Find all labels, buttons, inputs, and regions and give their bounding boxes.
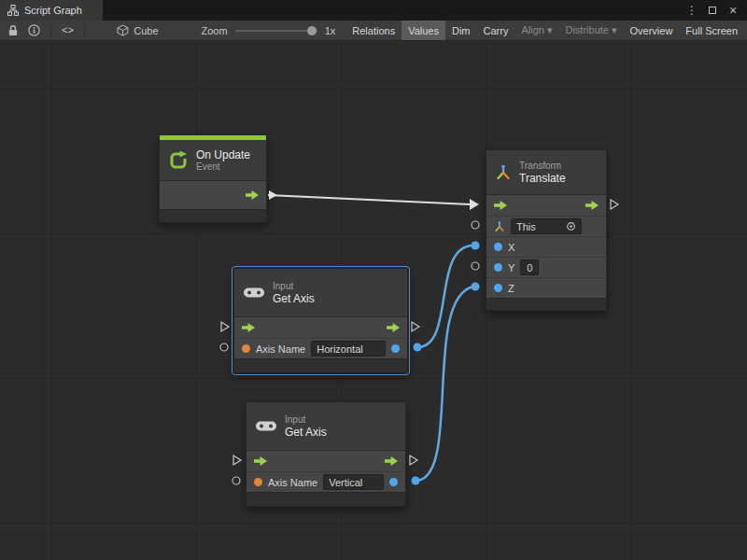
wire-start-arrow[interactable]: [269, 190, 277, 200]
overview-button[interactable]: Overview: [624, 21, 680, 40]
zoom-slider[interactable]: [235, 26, 317, 35]
gamepad-icon: [255, 419, 277, 433]
graph-owner-button[interactable]: Cube: [111, 21, 163, 40]
maximize-icon[interactable]: [704, 2, 721, 19]
node-subtitle: Event: [196, 161, 250, 173]
tab-script-graph[interactable]: Script Graph: [0, 0, 103, 21]
flow-out-port[interactable]: [387, 323, 400, 332]
flow-out-port[interactable]: [585, 201, 599, 210]
node-title: Get Axis: [285, 426, 327, 439]
align-button[interactable]: Align ▾: [514, 21, 558, 40]
fullscreen-button[interactable]: Full Screen: [679, 21, 747, 40]
node-footer: [160, 209, 266, 222]
lock-icon[interactable]: [3, 21, 23, 40]
maximize-glyph: [709, 7, 716, 14]
flow-out-port[interactable]: [385, 456, 398, 466]
node-translate[interactable]: Transform Translate This: [486, 149, 607, 311]
flow-in-port[interactable]: [242, 323, 255, 332]
toolbar-separator: [50, 24, 51, 37]
axis-name-field[interactable]: Vertical: [323, 474, 384, 490]
port-row-z: Z: [486, 277, 606, 298]
carry-button[interactable]: Carry: [477, 21, 515, 40]
string-port-axis-name[interactable]: [254, 478, 262, 486]
get-axis-v-flow-in-ext-port[interactable]: [233, 455, 241, 465]
zoom-value: 1x: [325, 25, 336, 36]
target-gizmo-icon[interactable]: [566, 221, 576, 231]
port-row-x: X: [486, 236, 606, 257]
zoom-label: Zoom: [202, 25, 228, 36]
get-axis-h-flow-in-ext-port[interactable]: [221, 322, 229, 331]
flow-row: [486, 195, 606, 216]
node-header[interactable]: Transform Translate: [486, 150, 606, 195]
value-out-port[interactable]: [391, 344, 400, 353]
value-port-z[interactable]: [494, 284, 502, 292]
node-get-axis-vertical[interactable]: Input Get Axis Axis Name Vertical: [246, 401, 406, 507]
title-bar: Script Graph ⋮ ×: [0, 0, 747, 21]
get-axis-v-string-ext-port[interactable]: [233, 477, 240, 484]
translate-z-ext-port[interactable]: [472, 283, 480, 291]
value-out-port[interactable]: [389, 478, 398, 486]
target-field[interactable]: This: [511, 218, 582, 234]
flow-row: [234, 317, 407, 338]
transform-icon: [495, 164, 512, 181]
code-preview-icon[interactable]: <>: [57, 25, 78, 36]
translate-this-ext-port[interactable]: [472, 221, 479, 229]
get-axis-h-flow-out-ext-port[interactable]: [412, 322, 419, 331]
node-header[interactable]: Input Get Axis: [247, 402, 405, 451]
port-label-y: Y: [508, 262, 514, 273]
node-header[interactable]: On Update Event: [160, 140, 266, 181]
flow-in-port[interactable]: [254, 456, 267, 466]
target-row: This: [486, 216, 606, 236]
node-on-update[interactable]: On Update Event: [159, 134, 267, 223]
node-title: On Update: [196, 148, 250, 161]
graph-toolbar: <> Cube Zoom 1x Relations Values Dim Car…: [0, 21, 747, 41]
flow-row: [247, 451, 405, 471]
get-axis-v-flow-out-ext-port[interactable]: [410, 455, 417, 465]
node-category: Input: [273, 281, 315, 292]
port-row-y: Y 0: [486, 257, 606, 277]
zoom-slider-handle[interactable]: [307, 26, 317, 35]
wire-start-dot[interactable]: [414, 343, 422, 352]
node-category: Input: [285, 414, 327, 426]
value-port-x[interactable]: [494, 243, 502, 251]
graph-owner-label: Cube: [134, 25, 158, 36]
gamepad-icon: [243, 286, 265, 300]
translate-y-ext-port[interactable]: [472, 262, 479, 270]
flow-in-port[interactable]: [494, 201, 507, 210]
graph-canvas[interactable]: On Update Event Transform Translate: [0, 41, 747, 560]
menu-icon[interactable]: ⋮: [684, 2, 700, 19]
target-value: This: [516, 221, 536, 232]
string-port-axis-name[interactable]: [242, 344, 250, 353]
axis-name-label: Axis Name: [256, 343, 305, 355]
dim-button[interactable]: Dim: [445, 21, 477, 40]
flow-out-port[interactable]: [246, 190, 259, 200]
flow-row: [160, 181, 266, 209]
wire-vertical-to-z: [416, 287, 473, 481]
node-get-axis-horizontal[interactable]: Input Get Axis Axis Name Horizontal: [233, 268, 408, 373]
translate-flow-out-ext-port[interactable]: [611, 200, 618, 209]
wire-start-dot[interactable]: [412, 477, 420, 485]
y-value-field[interactable]: 0: [520, 259, 539, 275]
get-axis-h-string-ext-port[interactable]: [220, 343, 228, 351]
axis-name-field[interactable]: Horizontal: [311, 341, 386, 357]
wire-flow-onupdate-translate: [268, 195, 470, 204]
toolbar-buttons: Relations Values Dim Carry Align ▾ Distr…: [345, 21, 747, 40]
value-port-y[interactable]: [494, 263, 502, 272]
node-footer: [486, 298, 606, 310]
node-title: Translate: [519, 172, 566, 185]
wire-horizontal-to-x: [417, 245, 473, 347]
translate-x-ext-port[interactable]: [472, 242, 480, 250]
port-label-x: X: [508, 242, 514, 253]
tab-title: Script Graph: [24, 5, 82, 16]
relations-button[interactable]: Relations: [345, 21, 402, 40]
port-label-z: Z: [508, 283, 514, 294]
axis-name-label: Axis Name: [268, 477, 317, 488]
values-button[interactable]: Values: [402, 21, 445, 40]
info-icon[interactable]: [23, 21, 45, 40]
close-icon[interactable]: ×: [725, 2, 741, 19]
distribute-button[interactable]: Distribute ▾: [558, 21, 623, 40]
axis-name-row: Axis Name Horizontal: [234, 338, 407, 358]
wire-end-arrow[interactable]: [470, 199, 479, 210]
node-category: Transform: [519, 161, 566, 172]
node-header[interactable]: Input Get Axis: [234, 269, 407, 317]
